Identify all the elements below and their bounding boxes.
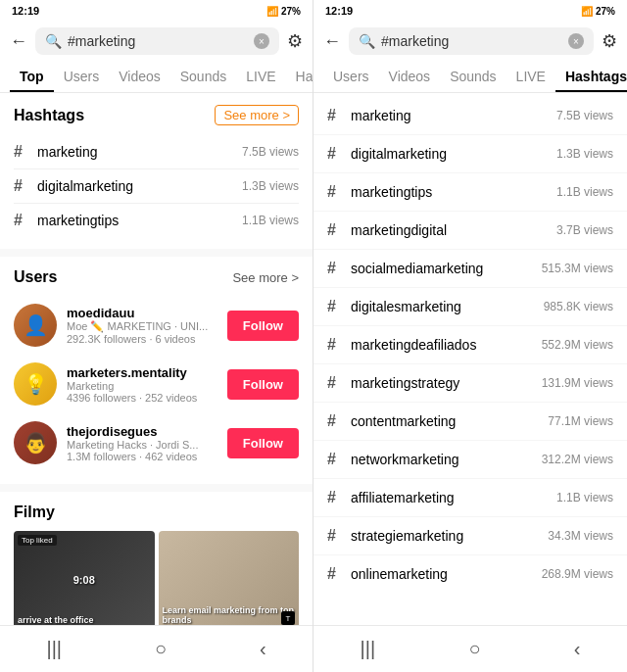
nav-home-right[interactable]: ○ xyxy=(449,634,500,664)
user-info-2: marketers.mentality Marketing 4396 follo… xyxy=(67,365,217,404)
hl-hash-11: # xyxy=(327,489,351,506)
nav-back-left[interactable]: ‹ xyxy=(240,634,286,664)
nav-home-left[interactable]: ○ xyxy=(135,634,186,664)
nav-menu-right[interactable]: ||| xyxy=(341,634,396,664)
hl-hash-9: # xyxy=(327,412,351,430)
hl-views-12: 34.3M views xyxy=(548,529,613,543)
user-stats-2: 4396 followers · 252 videos xyxy=(67,392,217,404)
hl-views-1: 7.5B views xyxy=(556,109,613,122)
content-left: Hashtags See more > # marketing 7.5B vie… xyxy=(0,93,313,625)
tab-sounds-left[interactable]: Sounds xyxy=(170,61,236,92)
video-label-1: arrive at the office xyxy=(18,615,94,625)
back-button-right[interactable]: ← xyxy=(323,31,341,52)
search-bar-left: ← 🔍 #marketing × ⚙ xyxy=(0,22,313,61)
hl-row-7[interactable]: # marketingdeafiliados 552.9M views xyxy=(314,326,627,364)
video-grid: Top liked 9:08 arrive at the office Lear… xyxy=(14,531,299,625)
tab-live-left[interactable]: LIVE xyxy=(236,61,285,92)
nav-back-right[interactable]: ‹ xyxy=(555,634,601,664)
hl-name-3: marketingtips xyxy=(351,184,556,200)
hl-row-12[interactable]: # strategiemarketing 34.3M views xyxy=(314,517,627,555)
video-thumb-2[interactable]: Learn email marketing from top brands T xyxy=(159,531,300,625)
hl-hash-5: # xyxy=(327,260,351,277)
hl-views-5: 515.3M views xyxy=(542,262,613,275)
time-right: 12:19 xyxy=(325,5,353,17)
hl-row-1[interactable]: # marketing 7.5B views xyxy=(314,97,627,135)
tab-hashtags[interactable]: Hashtags xyxy=(555,61,627,92)
hashtags-section: Hashtags See more > # marketing 7.5B vie… xyxy=(0,93,313,249)
hashtag-views-1: 7.5B views xyxy=(242,145,299,159)
clear-search-left[interactable]: × xyxy=(254,33,269,49)
hl-row-4[interactable]: # marketingdigital 3.7B views xyxy=(314,212,627,250)
hl-name-10: networkmarketing xyxy=(351,452,542,467)
see-more-users[interactable]: See more > xyxy=(232,270,299,285)
bottom-nav-right: ||| ○ ‹ xyxy=(314,625,627,672)
hashtag-row-1[interactable]: # marketing 7.5B views xyxy=(14,135,299,169)
status-bar-left: 12:19 📶 27% xyxy=(0,0,313,22)
tabs-left: Top Users Videos Sounds LIVE Has xyxy=(0,61,313,93)
hl-hash-4: # xyxy=(327,221,351,239)
users-title: Users xyxy=(14,268,57,286)
hl-name-4: marketingdigital xyxy=(351,222,556,238)
hl-hash-1: # xyxy=(327,107,351,124)
hash-icon-1: # xyxy=(14,143,37,161)
nav-menu-left[interactable]: ||| xyxy=(26,634,81,664)
avatar-3: 👨 xyxy=(14,421,57,464)
search-icon-right: 🔍 xyxy=(359,33,375,49)
hash-icon-2: # xyxy=(14,177,37,195)
user-info-1: moedidauu Moe ✏️ MARKETING · UNI... 292.… xyxy=(67,306,217,345)
see-more-hashtags[interactable]: See more > xyxy=(215,105,299,125)
username-1: moedidauu xyxy=(67,306,217,320)
search-container-right[interactable]: 🔍 #marketing × xyxy=(349,27,594,55)
follow-button-3[interactable]: Follow xyxy=(227,428,299,458)
tab-top[interactable]: Top xyxy=(10,61,54,92)
username-2: marketers.mentality xyxy=(67,365,217,380)
hashtag-list: # marketing 7.5B views # digitalmarketin… xyxy=(314,93,627,625)
hashtag-row-2[interactable]: # digitalmarketing 1.3B views xyxy=(14,169,299,204)
hashtag-views-2: 1.3B views xyxy=(242,179,299,193)
user-desc-1: Moe ✏️ MARKETING · UNI... xyxy=(67,320,217,333)
hl-row-5[interactable]: # socialmediamarketing 515.3M views xyxy=(314,250,627,288)
search-text-left: #marketing xyxy=(68,33,248,49)
hl-row-9[interactable]: # contentmarketing 77.1M views xyxy=(314,403,627,441)
hl-row-11[interactable]: # affiliatemarketing 1.1B views xyxy=(314,479,627,517)
user-stats-1: 292.3K followers · 6 videos xyxy=(67,333,217,345)
search-container-left[interactable]: 🔍 #marketing × xyxy=(35,27,279,55)
hl-row-13[interactable]: # onlinemarketing 268.9M views xyxy=(314,555,627,593)
tab-sounds-right[interactable]: Sounds xyxy=(440,61,506,92)
hl-name-8: marketingstrategy xyxy=(351,375,542,391)
hl-hash-10: # xyxy=(327,451,351,468)
hl-hash-2: # xyxy=(327,145,351,163)
hl-row-6[interactable]: # digitalesmarketing 985.8K views xyxy=(314,288,627,326)
tab-users-left[interactable]: Users xyxy=(54,61,110,92)
bottom-nav-left: ||| ○ ‹ xyxy=(0,625,313,672)
follow-button-1[interactable]: Follow xyxy=(227,311,299,341)
tab-users-right[interactable]: Users xyxy=(323,61,379,92)
user-row-1: 👤 moedidauu Moe ✏️ MARKETING · UNI... 29… xyxy=(14,296,299,355)
tab-has-left[interactable]: Has xyxy=(286,61,313,92)
filter-icon-left[interactable]: ⚙ xyxy=(287,30,303,52)
hl-name-13: onlinemarketing xyxy=(351,566,542,582)
hl-name-12: strategiemarketing xyxy=(351,528,548,544)
hashtags-header: Hashtags See more > xyxy=(14,105,299,125)
follow-button-2[interactable]: Follow xyxy=(227,369,299,400)
filmy-title: Filmy xyxy=(14,504,299,521)
video-thumb-1[interactable]: Top liked 9:08 arrive at the office xyxy=(14,531,155,625)
search-icon-left: 🔍 xyxy=(45,33,62,49)
tab-videos-right[interactable]: Videos xyxy=(379,61,441,92)
tab-videos-left[interactable]: Videos xyxy=(109,61,170,92)
hl-row-10[interactable]: # networkmarketing 312.2M views xyxy=(314,441,627,479)
hashtag-row-3[interactable]: # marketingtips 1.1B views xyxy=(14,204,299,237)
back-button-left[interactable]: ← xyxy=(10,31,27,52)
users-header: Users See more > xyxy=(14,268,299,286)
filter-icon-right[interactable]: ⚙ xyxy=(602,30,617,52)
hl-views-11: 1.1B views xyxy=(556,491,613,504)
hl-row-2[interactable]: # digitalmarketing 1.3B views xyxy=(314,135,627,173)
user-row-2: 💡 marketers.mentality Marketing 4396 fol… xyxy=(14,355,299,413)
hl-views-4: 3.7B views xyxy=(556,223,613,237)
clear-search-right[interactable]: × xyxy=(568,33,584,49)
hl-row-3[interactable]: # marketingtips 1.1B views xyxy=(314,173,627,212)
hl-row-8[interactable]: # marketingstrategy 131.9M views xyxy=(314,364,627,403)
hl-hash-6: # xyxy=(327,298,351,315)
tab-live-right[interactable]: LIVE xyxy=(506,61,555,92)
hl-name-1: marketing xyxy=(351,108,556,123)
